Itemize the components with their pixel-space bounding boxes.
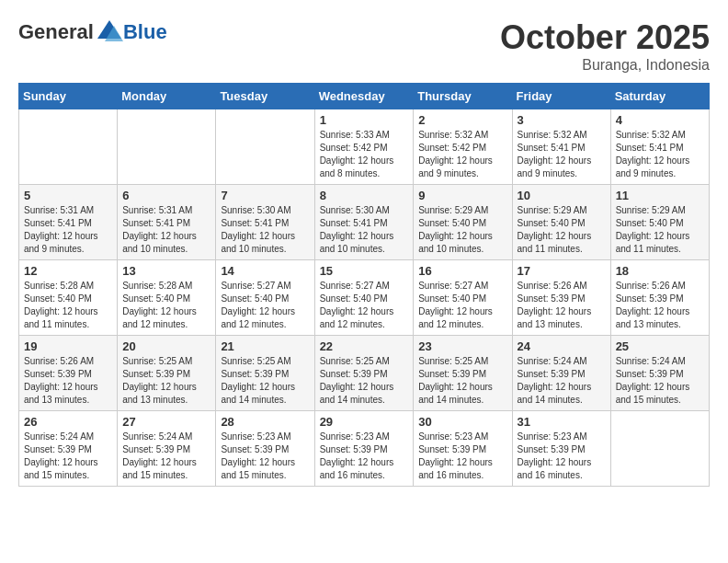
day-number: 12 — [24, 264, 112, 278]
day-info: Sunrise: 5:27 AM Sunset: 5:40 PM Dayligh… — [221, 280, 309, 331]
day-number: 4 — [616, 113, 704, 127]
calendar-cell: 26Sunrise: 5:24 AM Sunset: 5:39 PM Dayli… — [19, 411, 118, 487]
day-info: Sunrise: 5:27 AM Sunset: 5:40 PM Dayligh… — [320, 280, 409, 331]
calendar-cell: 10Sunrise: 5:29 AM Sunset: 5:40 PM Dayli… — [512, 185, 610, 260]
day-info: Sunrise: 5:32 AM Sunset: 5:42 PM Dayligh… — [418, 129, 506, 180]
day-info: Sunrise: 5:26 AM Sunset: 5:39 PM Dayligh… — [24, 355, 112, 407]
calendar-cell: 21Sunrise: 5:25 AM Sunset: 5:39 PM Dayli… — [216, 336, 314, 411]
weekday-header-wednesday: Wednesday — [314, 84, 414, 109]
day-number: 31 — [518, 415, 606, 429]
calendar-table: SundayMondayTuesdayWednesdayThursdayFrid… — [18, 83, 710, 487]
day-info: Sunrise: 5:32 AM Sunset: 5:41 PM Dayligh… — [518, 129, 606, 180]
day-info: Sunrise: 5:30 AM Sunset: 5:41 PM Dayligh… — [221, 204, 309, 256]
calendar-cell: 23Sunrise: 5:25 AM Sunset: 5:39 PM Dayli… — [414, 336, 512, 411]
calendar-cell — [118, 109, 216, 185]
day-info: Sunrise: 5:25 AM Sunset: 5:39 PM Dayligh… — [418, 355, 506, 407]
calendar-cell — [216, 109, 314, 185]
day-info: Sunrise: 5:23 AM Sunset: 5:39 PM Dayligh… — [221, 431, 309, 482]
calendar-cell: 16Sunrise: 5:27 AM Sunset: 5:40 PM Dayli… — [414, 260, 512, 336]
day-number: 16 — [418, 264, 506, 278]
weekday-header-thursday: Thursday — [414, 84, 512, 109]
day-info: Sunrise: 5:24 AM Sunset: 5:39 PM Dayligh… — [616, 355, 704, 407]
calendar-cell: 29Sunrise: 5:23 AM Sunset: 5:39 PM Dayli… — [314, 411, 414, 487]
weekday-header-saturday: Saturday — [610, 84, 709, 109]
day-info: Sunrise: 5:24 AM Sunset: 5:39 PM Dayligh… — [24, 431, 112, 482]
weekday-header-sunday: Sunday — [19, 84, 118, 109]
day-number: 15 — [320, 264, 409, 278]
weekday-header-row: SundayMondayTuesdayWednesdayThursdayFrid… — [19, 84, 710, 109]
calendar-cell: 5Sunrise: 5:31 AM Sunset: 5:41 PM Daylig… — [19, 185, 118, 260]
day-info: Sunrise: 5:26 AM Sunset: 5:39 PM Dayligh… — [518, 280, 606, 331]
day-info: Sunrise: 5:28 AM Sunset: 5:40 PM Dayligh… — [122, 280, 210, 331]
calendar-cell: 8Sunrise: 5:30 AM Sunset: 5:41 PM Daylig… — [314, 185, 414, 260]
day-info: Sunrise: 5:27 AM Sunset: 5:40 PM Dayligh… — [418, 280, 506, 331]
logo-general: General — [18, 20, 94, 44]
calendar-cell: 4Sunrise: 5:32 AM Sunset: 5:41 PM Daylig… — [610, 109, 709, 185]
day-info: Sunrise: 5:24 AM Sunset: 5:39 PM Dayligh… — [122, 431, 210, 482]
logo: General Blue — [18, 18, 167, 46]
day-info: Sunrise: 5:32 AM Sunset: 5:41 PM Dayligh… — [616, 129, 704, 180]
day-number: 18 — [616, 264, 704, 278]
weekday-header-monday: Monday — [118, 84, 216, 109]
day-number: 1 — [320, 113, 409, 127]
day-info: Sunrise: 5:30 AM Sunset: 5:41 PM Dayligh… — [320, 204, 409, 256]
calendar-cell: 1Sunrise: 5:33 AM Sunset: 5:42 PM Daylig… — [314, 109, 414, 185]
week-row-1: 1Sunrise: 5:33 AM Sunset: 5:42 PM Daylig… — [19, 109, 710, 185]
calendar-cell: 13Sunrise: 5:28 AM Sunset: 5:40 PM Dayli… — [118, 260, 216, 336]
day-info: Sunrise: 5:25 AM Sunset: 5:39 PM Dayligh… — [122, 355, 210, 407]
calendar-cell — [610, 411, 709, 487]
day-number: 6 — [122, 189, 210, 202]
day-number: 14 — [221, 264, 309, 278]
week-row-2: 5Sunrise: 5:31 AM Sunset: 5:41 PM Daylig… — [19, 185, 710, 260]
month-title: October 2025 — [500, 18, 710, 57]
day-number: 28 — [221, 415, 309, 429]
day-info: Sunrise: 5:31 AM Sunset: 5:41 PM Dayligh… — [122, 204, 210, 256]
day-number: 26 — [24, 415, 112, 429]
calendar-cell: 14Sunrise: 5:27 AM Sunset: 5:40 PM Dayli… — [216, 260, 314, 336]
day-number: 21 — [221, 339, 309, 353]
weekday-header-tuesday: Tuesday — [216, 84, 314, 109]
week-row-4: 19Sunrise: 5:26 AM Sunset: 5:39 PM Dayli… — [19, 336, 710, 411]
day-number: 2 — [418, 113, 506, 127]
calendar-cell — [19, 109, 118, 185]
day-info: Sunrise: 5:31 AM Sunset: 5:41 PM Dayligh… — [24, 204, 112, 256]
calendar-cell: 31Sunrise: 5:23 AM Sunset: 5:39 PM Dayli… — [512, 411, 610, 487]
day-number: 11 — [616, 189, 704, 202]
day-number: 5 — [24, 189, 112, 202]
day-number: 19 — [24, 339, 112, 353]
day-info: Sunrise: 5:23 AM Sunset: 5:39 PM Dayligh… — [418, 431, 506, 482]
day-number: 30 — [418, 415, 506, 429]
day-number: 20 — [122, 339, 210, 353]
calendar-cell: 2Sunrise: 5:32 AM Sunset: 5:42 PM Daylig… — [414, 109, 512, 185]
day-number: 24 — [518, 339, 606, 353]
day-number: 25 — [616, 339, 704, 353]
day-number: 13 — [122, 264, 210, 278]
calendar-cell: 3Sunrise: 5:32 AM Sunset: 5:41 PM Daylig… — [512, 109, 610, 185]
calendar-cell: 15Sunrise: 5:27 AM Sunset: 5:40 PM Dayli… — [314, 260, 414, 336]
calendar-cell: 25Sunrise: 5:24 AM Sunset: 5:39 PM Dayli… — [610, 336, 709, 411]
day-info: Sunrise: 5:29 AM Sunset: 5:40 PM Dayligh… — [418, 204, 506, 256]
calendar-cell: 19Sunrise: 5:26 AM Sunset: 5:39 PM Dayli… — [19, 336, 118, 411]
calendar-cell: 7Sunrise: 5:30 AM Sunset: 5:41 PM Daylig… — [216, 185, 314, 260]
day-info: Sunrise: 5:23 AM Sunset: 5:39 PM Dayligh… — [320, 431, 409, 482]
day-info: Sunrise: 5:23 AM Sunset: 5:39 PM Dayligh… — [518, 431, 606, 482]
calendar-cell: 18Sunrise: 5:26 AM Sunset: 5:39 PM Dayli… — [610, 260, 709, 336]
day-number: 22 — [320, 339, 409, 353]
calendar-cell: 24Sunrise: 5:24 AM Sunset: 5:39 PM Dayli… — [512, 336, 610, 411]
day-number: 17 — [518, 264, 606, 278]
week-row-3: 12Sunrise: 5:28 AM Sunset: 5:40 PM Dayli… — [19, 260, 710, 336]
week-row-5: 26Sunrise: 5:24 AM Sunset: 5:39 PM Dayli… — [19, 411, 710, 487]
calendar-cell: 12Sunrise: 5:28 AM Sunset: 5:40 PM Dayli… — [19, 260, 118, 336]
title-block: October 2025 Buranga, Indonesia — [500, 18, 710, 74]
day-number: 10 — [518, 189, 606, 202]
day-info: Sunrise: 5:29 AM Sunset: 5:40 PM Dayligh… — [616, 204, 704, 256]
day-number: 8 — [320, 189, 409, 202]
day-info: Sunrise: 5:25 AM Sunset: 5:39 PM Dayligh… — [320, 355, 409, 407]
calendar-cell: 11Sunrise: 5:29 AM Sunset: 5:40 PM Dayli… — [610, 185, 709, 260]
day-number: 9 — [418, 189, 506, 202]
calendar-cell: 6Sunrise: 5:31 AM Sunset: 5:41 PM Daylig… — [118, 185, 216, 260]
location-subtitle: Buranga, Indonesia — [500, 57, 710, 74]
day-number: 7 — [221, 189, 309, 202]
calendar-cell: 17Sunrise: 5:26 AM Sunset: 5:39 PM Dayli… — [512, 260, 610, 336]
day-number: 3 — [518, 113, 606, 127]
